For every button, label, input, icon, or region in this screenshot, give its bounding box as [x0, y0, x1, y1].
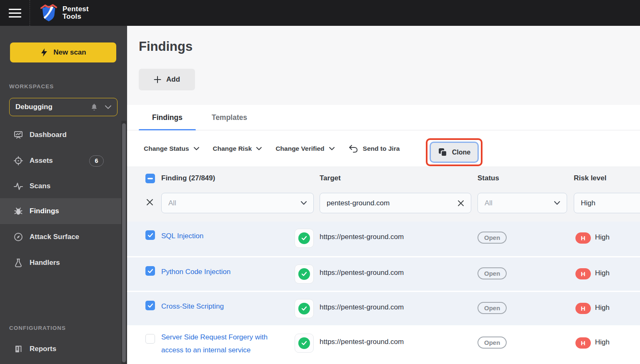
indeterminate-minus-icon — [148, 178, 153, 180]
column-header-finding[interactable]: Finding (27/849) — [161, 174, 215, 182]
undo-arrow-icon — [348, 144, 358, 153]
finding-filter-dropdown[interactable]: All — [161, 193, 314, 213]
target-url: https://pentest-ground.com — [320, 233, 404, 241]
verified-check-icon — [298, 268, 310, 280]
tab-templates[interactable]: Templates — [208, 105, 250, 130]
change-risk-button[interactable]: Change Risk — [213, 145, 262, 152]
sidebar-item-assets[interactable]: Assets 6 — [0, 151, 122, 171]
sidebar-item-label: Attack Surface — [30, 233, 79, 241]
finding-link[interactable]: SQL Injection — [161, 229, 276, 242]
finding-link[interactable]: Python Code Injection — [161, 265, 276, 278]
workspace-selector[interactable]: Debugging — [9, 98, 118, 116]
change-risk-label: Change Risk — [213, 145, 252, 152]
risk-label: High — [595, 304, 610, 312]
change-status-button[interactable]: Change Status — [144, 145, 199, 152]
clone-button[interactable]: Clone — [430, 142, 479, 163]
risk-label: High — [595, 338, 610, 347]
reports-icon — [13, 344, 24, 354]
status-filter-value: All — [485, 199, 554, 207]
verified-check-icon — [298, 337, 310, 349]
status-badge[interactable]: Open — [478, 302, 507, 314]
plus-icon — [154, 76, 161, 83]
workspace-name: Debugging — [15, 103, 90, 111]
sidebar-scrollbar[interactable] — [121, 121, 127, 364]
sidebar-item-dashboard[interactable]: Dashboard — [0, 125, 122, 145]
select-all-checkbox[interactable] — [145, 174, 155, 183]
flask-icon — [13, 258, 24, 268]
brand-logo[interactable]: Pentest Tools — [39, 3, 89, 22]
risk-filter-dropdown[interactable]: High — [574, 193, 640, 213]
chevron-down-icon — [105, 105, 111, 109]
sidebar-item-attack-surface[interactable]: Attack Surface — [0, 227, 122, 247]
configurations-section-label: CONFIGURATIONS — [9, 325, 66, 331]
table-row[interactable]: Python Code Injection https://pentest-gr… — [127, 257, 640, 291]
bell-icon[interactable] — [90, 103, 98, 111]
column-header-target[interactable]: Target — [320, 174, 341, 182]
top-bar: Pentest Tools — [0, 0, 640, 26]
status-badge[interactable]: Open — [478, 267, 507, 279]
activity-icon — [13, 181, 24, 191]
table-row[interactable]: Server Side Request Forgery with access … — [127, 327, 640, 364]
chevron-down-icon — [194, 147, 199, 150]
sidebar-item-label: Handlers — [30, 259, 60, 267]
sidebar: New scan WORKSPACES Debugging Dashboard … — [0, 26, 127, 364]
clone-icon — [438, 147, 448, 157]
bug-icon — [13, 206, 24, 216]
sidebar-item-label: Findings — [30, 207, 59, 215]
target-filter-field[interactable] — [320, 193, 471, 213]
risk-label: High — [595, 233, 610, 242]
check-icon — [148, 233, 153, 238]
finding-link[interactable]: Server Side Request Forgery with access … — [161, 331, 276, 357]
tabs-bar: Findings Templates — [127, 105, 640, 130]
tab-findings[interactable]: Findings — [139, 105, 196, 130]
column-header-risk-level[interactable]: Risk level — [574, 174, 606, 182]
row-checkbox[interactable] — [145, 230, 155, 240]
risk-high-icon: H — [575, 268, 591, 279]
finding-link[interactable]: Cross-Site Scripting — [161, 300, 276, 313]
clear-target-filter-icon[interactable] — [458, 200, 464, 207]
table-header: Finding (27/849) Target Status Risk leve… — [127, 167, 640, 222]
row-checkbox[interactable] — [145, 266, 155, 276]
clear-filters-button[interactable] — [146, 199, 153, 206]
sidebar-item-findings[interactable]: Findings — [0, 198, 122, 224]
verified-badge — [295, 264, 314, 284]
risk-label: High — [595, 269, 610, 277]
risk-filter-value: High — [581, 199, 638, 207]
verified-badge — [295, 229, 314, 248]
verified-badge — [295, 334, 314, 353]
brand-name: Pentest Tools — [62, 5, 89, 21]
status-badge[interactable]: Open — [478, 232, 507, 244]
assets-count-badge: 6 — [89, 155, 104, 167]
page-header: Findings Add — [127, 26, 640, 105]
column-header-status[interactable]: Status — [478, 174, 499, 182]
send-to-jira-button[interactable]: Send to Jira — [348, 144, 400, 153]
row-checkbox[interactable] — [145, 334, 155, 344]
chevron-down-icon — [329, 147, 335, 150]
sidebar-item-reports[interactable]: Reports — [0, 339, 122, 359]
table-row[interactable]: SQL Injection https://pentest-ground.com… — [127, 222, 640, 256]
workspaces-section-label: WORKSPACES — [9, 83, 54, 90]
lightning-bolt-icon — [40, 48, 48, 57]
new-scan-button[interactable]: New scan — [10, 42, 116, 62]
chevron-down-icon — [554, 201, 560, 205]
target-filter-input[interactable] — [327, 199, 458, 207]
sidebar-item-handlers[interactable]: Handlers — [0, 253, 122, 273]
send-to-jira-label: Send to Jira — [363, 145, 400, 152]
row-checkbox[interactable] — [145, 301, 155, 310]
change-verified-button[interactable]: Change Verified — [275, 145, 334, 152]
status-filter-dropdown[interactable]: All — [478, 193, 567, 213]
add-button-label: Add — [166, 75, 180, 84]
add-button[interactable]: Add — [139, 69, 195, 90]
sidebar-item-label: Reports — [30, 345, 56, 353]
status-badge[interactable]: Open — [478, 337, 507, 349]
chevron-down-icon — [301, 201, 307, 205]
risk-high-icon: H — [575, 337, 591, 349]
target-icon — [13, 156, 24, 166]
sidebar-item-scans[interactable]: Scans — [0, 176, 122, 196]
verified-check-icon — [298, 232, 310, 244]
sidebar-scrollbar-thumb[interactable] — [122, 123, 126, 362]
new-scan-label: New scan — [53, 48, 86, 57]
table-row[interactable]: Cross-Site Scripting https://pentest-gro… — [127, 292, 640, 325]
hamburger-menu-button[interactable] — [0, 0, 30, 26]
clone-highlight-annotation: Clone — [426, 138, 482, 166]
